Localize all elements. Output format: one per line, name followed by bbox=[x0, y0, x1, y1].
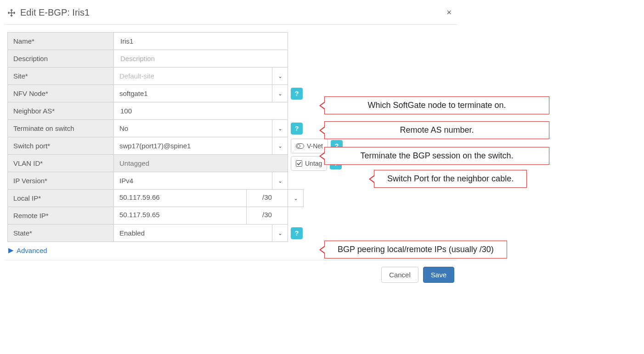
terminate-on-switch-select[interactable]: No ⌄ bbox=[113, 119, 288, 137]
ip-version-select[interactable]: IPv4 ⌄ bbox=[113, 172, 288, 190]
save-button[interactable]: Save bbox=[423, 267, 454, 283]
chevron-down-icon[interactable]: ⌄ bbox=[272, 224, 288, 242]
local-ip-input[interactable]: 50.117.59.66 bbox=[113, 189, 247, 207]
svg-rect-2 bbox=[296, 160, 302, 166]
modal-title: Edit E-BGP: Iris1 bbox=[20, 7, 90, 18]
switch-port-select[interactable]: swp17(port17)@spine1 ⌄ bbox=[113, 137, 288, 155]
chevron-down-icon[interactable]: ⌄ bbox=[272, 172, 288, 190]
label-local-ip: Local IP* bbox=[7, 189, 114, 207]
neighbor-as-input[interactable] bbox=[113, 102, 288, 120]
callout-as: Remote AS number. bbox=[324, 121, 549, 139]
label-switch-port: Switch port* bbox=[7, 137, 114, 155]
form-body: Name* Description Site* Default-site bbox=[5, 25, 457, 260]
description-input[interactable] bbox=[113, 50, 288, 67]
modal-header: Edit E-BGP: Iris1 × bbox=[5, 5, 457, 25]
chevron-down-icon[interactable]: ⌄ bbox=[272, 84, 288, 102]
vnet-toggle[interactable]: V-Net bbox=[291, 139, 328, 153]
label-terminate-on-switch: Terminate on switch bbox=[7, 119, 114, 137]
label-neighbor-as: Neighbor AS* bbox=[7, 102, 114, 120]
vlan-id-input: Untagged bbox=[113, 154, 288, 172]
callout-tos: Terminate the BGP session on the switch. bbox=[324, 147, 549, 165]
chevron-down-icon[interactable]: ⌄ bbox=[288, 189, 304, 207]
callout-port: Switch Port for the neighbor cable. bbox=[374, 170, 527, 188]
label-name: Name* bbox=[7, 32, 114, 50]
state-select[interactable]: Enabled ⌄ bbox=[113, 224, 288, 242]
chevron-down-icon: ⌄ bbox=[272, 67, 288, 85]
modal-footer: Cancel Save bbox=[5, 260, 457, 285]
callout-ips: BGP peering local/remote IPs (usually /3… bbox=[324, 241, 507, 258]
help-icon[interactable]: ? bbox=[291, 123, 303, 135]
help-icon[interactable]: ? bbox=[291, 88, 303, 100]
chevron-down-icon[interactable]: ⌄ bbox=[272, 119, 288, 137]
toggle-off-icon bbox=[296, 143, 304, 149]
name-input[interactable] bbox=[113, 32, 288, 50]
cancel-button[interactable]: Cancel bbox=[381, 267, 418, 283]
remote-ip-input[interactable]: 50.117.59.65 bbox=[113, 207, 247, 225]
label-nfv-node: NFV Node* bbox=[7, 84, 114, 102]
label-site: Site* bbox=[7, 67, 114, 85]
label-ip-version: IP Version* bbox=[7, 172, 114, 190]
caret-right-icon: ▶ bbox=[8, 246, 14, 254]
label-description: Description bbox=[7, 50, 114, 67]
chevron-down-icon[interactable]: ⌄ bbox=[272, 137, 288, 155]
local-ip-mask[interactable]: /30 bbox=[247, 189, 288, 207]
close-icon[interactable]: × bbox=[444, 8, 454, 17]
site-select: Default-site ⌄ bbox=[113, 67, 288, 85]
remote-ip-mask[interactable]: /30 bbox=[247, 207, 288, 225]
checkbox-checked-icon bbox=[296, 160, 302, 167]
label-vlan-id: VLAN ID* bbox=[7, 154, 114, 172]
label-state: State* bbox=[7, 224, 114, 242]
nfv-node-select[interactable]: softgate1 ⌄ bbox=[113, 84, 288, 102]
move-icon[interactable] bbox=[7, 9, 16, 17]
svg-point-1 bbox=[297, 144, 300, 147]
label-remote-ip: Remote IP* bbox=[7, 207, 114, 225]
help-icon[interactable]: ? bbox=[291, 227, 303, 239]
callout-nfv: Which SoftGate node to terminate on. bbox=[324, 96, 549, 114]
